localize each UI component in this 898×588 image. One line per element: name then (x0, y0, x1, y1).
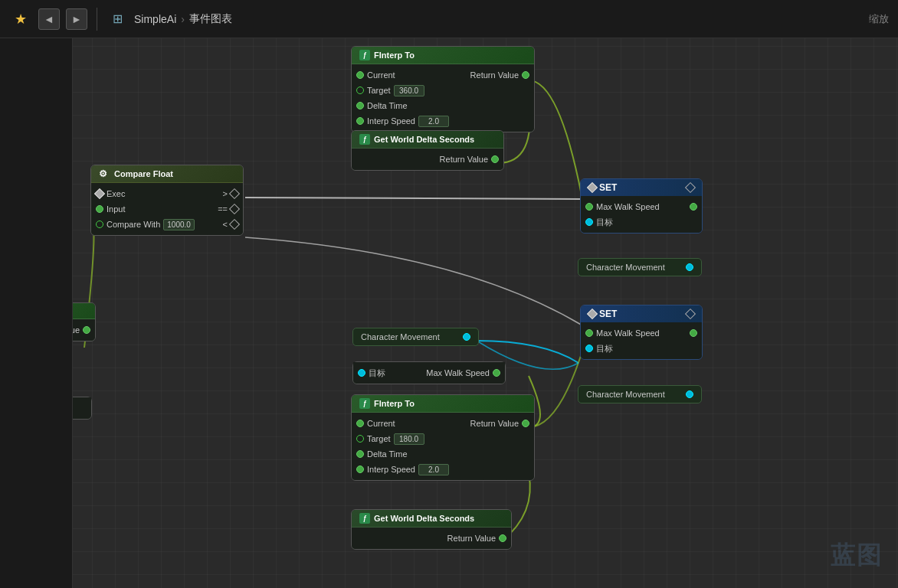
char-move-mid-label: Character Movement (361, 332, 440, 341)
set-top-body: Max Walk Speed 目标 (581, 196, 702, 233)
max-walk-pin (585, 203, 593, 211)
get-delta-top-title: Get World Delta Seconds (374, 135, 474, 144)
b-delta-in-pin (356, 450, 364, 458)
compare-float-node: ⚙ Compare Float Exec > Input == Compare … (90, 165, 244, 236)
set-exec-out (685, 182, 696, 193)
get-delta-top-node: ƒ Get World Delta Seconds Return Value (351, 130, 504, 171)
maxwalk-right-pin (493, 369, 500, 377)
canvas: ƒ FInterp To Current Return Value Target… (0, 38, 898, 588)
return-pin (491, 155, 499, 163)
finterp-top-title: FInterp To (374, 51, 415, 60)
finterp-bottom-node: ƒ FInterp To Current Return Value Target… (351, 394, 535, 481)
finterp-b-interp-row: Interp Speed 2.0 (352, 462, 534, 477)
b-target-pin (585, 345, 593, 352)
finterp-b-target-row: Target 180.0 (352, 431, 534, 446)
finterp-top-target-row: Target 360.0 (352, 83, 534, 98)
exec-eq-pin (229, 204, 240, 214)
b-max-walk-row: Max Walk Speed (581, 325, 702, 341)
max-walk-row: Max Walk Speed (581, 199, 702, 214)
target-maxwalk-row: 目标 Max Walk Speed (353, 365, 505, 381)
target-maxwalk-node: 目标 Max Walk Speed (352, 361, 506, 384)
set-bottom-body: Max Walk Speed 目标 (581, 322, 702, 359)
back-button[interactable]: ◄ (38, 8, 60, 30)
char-movement-bottom-node: Character Movement (578, 385, 702, 403)
b-target-row: 目标 (581, 341, 702, 356)
compare-value[interactable]: 1000.0 (163, 219, 195, 230)
divider (97, 8, 97, 31)
char-movement-top-node: Character Movement (578, 258, 702, 276)
watermark: 蓝图 (831, 539, 883, 573)
finterp-top-current-row: Current Return Value (352, 67, 534, 83)
compare-body: Exec > Input == Compare With 1000.0 < (91, 183, 243, 235)
finterp-b-delta-row: Delta Time (352, 446, 534, 462)
char-move-top-label: Character Movement (586, 263, 665, 272)
finterp-bottom-icon: ƒ (359, 398, 370, 409)
forward-button[interactable]: ► (66, 8, 87, 30)
compare-in-pin (96, 220, 103, 228)
zoom-label: 缩放 (869, 12, 889, 26)
char-move-top-pin (686, 263, 693, 271)
set-exec-in (587, 182, 598, 193)
b-max-walk-out-pin (690, 329, 697, 337)
partial-return-pin (83, 326, 90, 334)
exec-in-pin (94, 188, 105, 199)
star-icon[interactable]: ★ (9, 8, 32, 31)
set-b-exec-in (587, 309, 598, 319)
get-delta-bottom-body: Return Value (352, 528, 511, 549)
set-top-node: SET Max Walk Speed 目标 (580, 178, 703, 234)
delta-in-pin (356, 102, 364, 109)
topbar: ★ ◄ ► ⊞ SimpleAi › 事件图表 缩放 (0, 0, 898, 38)
breadcrumb-arrow: › (181, 13, 185, 25)
input-pin (96, 205, 103, 213)
interp-in-pin (356, 117, 364, 125)
finterp-bottom-title: FInterp To (374, 399, 415, 408)
target-maxwalk-body: 目标 Max Walk Speed (353, 362, 505, 384)
compare-row: Compare With 1000.0 < (91, 217, 243, 232)
grid-icon: ⊞ (107, 8, 128, 30)
char-move-mid-pin (463, 333, 470, 341)
exec-gt-pin (229, 188, 240, 199)
b-target-in-pin (356, 435, 364, 443)
b-current-in-pin (356, 420, 364, 427)
set-b-exec-out (685, 309, 696, 319)
b-return-pin (522, 420, 529, 427)
compare-header: ⚙ Compare Float (91, 165, 243, 183)
current-in-pin (356, 71, 364, 79)
set-top-title: SET (599, 182, 617, 193)
char-movement-mid-node: Character Movement (352, 328, 479, 346)
exec-lt-pin (229, 219, 240, 230)
breadcrumb: SimpleAi › 事件图表 (134, 12, 232, 26)
finterp-top-interp-row: Interp Speed 2.0 (352, 113, 534, 129)
delta-return-row: Return Value (352, 152, 503, 167)
get-delta-top-body: Return Value (352, 149, 503, 170)
finterp-bottom-body: Current Return Value Target 180.0 Delta … (352, 413, 534, 480)
get-delta-bottom-header: ƒ Get World Delta Seconds (352, 510, 511, 528)
target-in-pin (356, 87, 364, 94)
char-move-bottom-pin (686, 390, 693, 398)
target-row: 目标 (581, 214, 702, 230)
finterp-top-body: Current Return Value Target 360.0 Delta … (352, 64, 534, 132)
char-move-bottom-label: Character Movement (586, 390, 665, 399)
get-delta-bottom-title: Get World Delta Seconds (374, 514, 474, 523)
return-b-pin (499, 534, 506, 542)
max-walk-out-pin (690, 203, 697, 211)
set-top-header: SET (581, 179, 702, 196)
app-name: SimpleAi (134, 13, 176, 25)
finterp-top-header: ƒ FInterp To (352, 47, 534, 64)
target-value[interactable]: 360.0 (394, 85, 424, 96)
finterp-b-current-row: Current Return Value (352, 416, 534, 431)
input-row: Input == (91, 201, 243, 217)
set-bottom-header: SET (581, 305, 702, 322)
get-delta-top-header: ƒ Get World Delta Seconds (352, 131, 503, 149)
delta-b-icon: ƒ (359, 513, 370, 524)
b-target-value[interactable]: 180.0 (394, 433, 424, 445)
b-max-walk-pin (585, 329, 593, 337)
delta-b-return-row: Return Value (352, 531, 511, 546)
b-interp-value[interactable]: 2.0 (418, 464, 449, 475)
set-bottom-node: SET Max Walk Speed 目标 (580, 305, 703, 360)
interp-value[interactable]: 2.0 (418, 116, 449, 127)
finterp-bottom-header: ƒ FInterp To (352, 395, 534, 413)
left-panel: tion 1.0 (0, 0, 73, 588)
finterp-icon: ƒ (359, 50, 370, 60)
set-bottom-title: SET (599, 309, 617, 319)
